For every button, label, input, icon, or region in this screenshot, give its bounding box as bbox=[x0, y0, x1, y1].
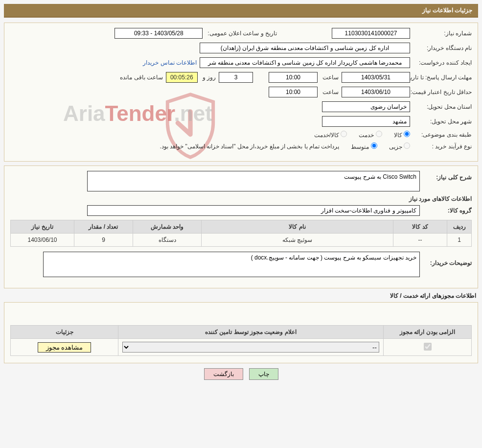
cell-code: -- bbox=[393, 234, 447, 247]
back-button[interactable]: بازگشت bbox=[204, 368, 243, 380]
page-title: جزئیات اطلاعات نیاز bbox=[422, 7, 472, 14]
cat-goods-text: کالا bbox=[394, 132, 402, 139]
price-valid-time-field[interactable] bbox=[269, 87, 318, 97]
pt-medium-radio[interactable] bbox=[371, 142, 377, 149]
cat-goodsservice-option[interactable]: کالا/خدمت bbox=[314, 131, 347, 139]
lic-mandatory-checkbox bbox=[424, 343, 432, 351]
city-label: شهر محل تحویل: bbox=[413, 118, 472, 125]
lic-details-cell: مشاهده مجوز bbox=[11, 339, 118, 356]
pt-small-text: جزیی bbox=[389, 143, 402, 150]
requester-label: ایجاد کننده درخواست: bbox=[413, 59, 472, 66]
payment-note: پرداخت تمام یا بخشی از مبلغ خرید،از محل … bbox=[160, 143, 339, 150]
price-valid-date-field[interactable] bbox=[342, 87, 410, 97]
row-category: طبقه بندی موضوعی: کالا خدمت کالا/خدمت bbox=[10, 131, 472, 139]
lic-status-select[interactable]: -- bbox=[122, 342, 379, 353]
cat-goodsservice-radio[interactable] bbox=[341, 131, 347, 137]
row-buyer-notes: توضیحات خریدار: bbox=[10, 252, 472, 277]
need-no-field[interactable] bbox=[332, 28, 410, 39]
col-code: کد کالا bbox=[393, 220, 447, 234]
deadline-time-field[interactable] bbox=[269, 72, 318, 83]
days-word: روز و bbox=[201, 74, 216, 81]
lic-col-status: اعلام وضعیت مجوز توسط تامین کننده bbox=[118, 326, 384, 339]
announce-dt-label: تاریخ و ساعت اعلان عمومی: bbox=[206, 30, 277, 37]
time-label-2: ساعت bbox=[321, 89, 339, 95]
need-description-section: شرح کلی نیاز: اطلاعات کالاهای مورد نیاز … bbox=[4, 165, 478, 288]
province-label: استان محل تحویل: bbox=[413, 103, 472, 110]
cat-goods-radio[interactable] bbox=[404, 131, 410, 137]
goods-table-header-row: ردیف کد کالا نام کالا واحد شمارش تعداد /… bbox=[11, 220, 472, 234]
buyer-notes-label: توضیحات خریدار: bbox=[423, 252, 472, 266]
row-summary: شرح کلی نیاز: bbox=[10, 171, 472, 191]
city-field[interactable] bbox=[322, 116, 410, 127]
licenses-section: الزامی بودن ارائه مجوز اعلام وضعیت مجوز … bbox=[4, 302, 478, 363]
col-need-date: تاریخ نیاز bbox=[11, 220, 74, 234]
row-price-validity: حداقل تاریخ اعتبار قیمت: تا تاریخ: ساعت bbox=[10, 87, 472, 97]
lic-mandatory-cell bbox=[384, 339, 472, 356]
licenses-table: الزامی بودن ارائه مجوز اعلام وضعیت مجوز … bbox=[10, 325, 472, 356]
row-buyer-org: نام دستگاه خریدار: bbox=[10, 43, 472, 53]
group-label: گروه کالا: bbox=[423, 207, 472, 214]
lic-status-cell: -- bbox=[118, 339, 384, 356]
announce-dt-field[interactable] bbox=[115, 28, 203, 39]
summary-label: شرح کلی نیاز: bbox=[423, 171, 472, 181]
pt-small-radio[interactable] bbox=[404, 142, 410, 149]
need-no-label: شماره نیاز: bbox=[413, 30, 472, 37]
need-info-section: AriaTender.net شماره نیاز: تاریخ و ساعت … bbox=[4, 23, 478, 162]
cat-goods-option[interactable]: کالا bbox=[394, 131, 410, 139]
row-province: استان محل تحویل: bbox=[10, 101, 472, 112]
deadline-date-field[interactable] bbox=[342, 72, 410, 83]
purchase-type-label: نوع فرآیند خرید : bbox=[413, 143, 472, 150]
cell-qty: 9 bbox=[74, 234, 133, 247]
pt-small-option[interactable]: جزیی bbox=[389, 142, 410, 150]
cell-name: سوئیچ شبکه bbox=[202, 234, 393, 247]
row-requester: ایجاد کننده درخواست: اطلاعات تماس خریدار bbox=[10, 57, 472, 68]
cat-service-text: خدمت bbox=[359, 132, 374, 139]
goods-table: ردیف کد کالا نام کالا واحد شمارش تعداد /… bbox=[10, 220, 472, 247]
lic-col-details: جزئیات bbox=[11, 326, 118, 339]
province-field[interactable] bbox=[322, 101, 410, 112]
cat-goodsservice-text: کالا/خدمت bbox=[314, 132, 339, 139]
view-license-button[interactable]: مشاهده مجوز bbox=[38, 342, 92, 353]
remaining-label: ساعت باقی مانده bbox=[118, 74, 163, 81]
goods-info-heading: اطلاعات کالاهای مورد نیاز bbox=[10, 195, 472, 202]
countdown-timer: 00:05:26 bbox=[166, 72, 198, 83]
pt-medium-text: متوسط bbox=[351, 143, 369, 150]
buyer-org-field[interactable] bbox=[200, 43, 410, 53]
pt-medium-option[interactable]: متوسط bbox=[351, 142, 377, 150]
col-row: ردیف bbox=[447, 220, 472, 234]
col-name: نام کالا bbox=[202, 220, 393, 234]
print-button[interactable]: چاپ bbox=[249, 368, 278, 380]
buyer-org-label: نام دستگاه خریدار: bbox=[413, 45, 472, 51]
table-row: 1 -- سوئیچ شبکه دستگاه 9 1403/06/10 bbox=[11, 234, 472, 247]
summary-textarea[interactable] bbox=[87, 171, 420, 191]
header-underline bbox=[4, 17, 478, 18]
row-purchase-type: نوع فرآیند خرید : جزیی متوسط پرداخت تمام… bbox=[10, 142, 472, 150]
page-header: جزئیات اطلاعات نیاز bbox=[4, 4, 478, 17]
row-goods-group: گروه کالا: bbox=[10, 205, 472, 216]
days-remaining-field[interactable] bbox=[219, 72, 253, 83]
price-valid-label: حداقل تاریخ اعتبار قیمت: تا تاریخ: bbox=[413, 89, 472, 95]
group-field[interactable] bbox=[87, 205, 420, 216]
licenses-heading: اطلاعات مجوزهای ارائه خدمت / کالا bbox=[4, 292, 478, 299]
row-need-no: شماره نیاز: تاریخ و ساعت اعلان عمومی: bbox=[10, 28, 472, 39]
cell-row: 1 bbox=[447, 234, 472, 247]
row-deadline: مهلت ارسال پاسخ: تا تاریخ: ساعت روز و 00… bbox=[10, 72, 472, 83]
requester-field[interactable] bbox=[200, 57, 410, 68]
action-buttons-row: چاپ بازگشت bbox=[4, 368, 478, 380]
cat-service-option[interactable]: خدمت bbox=[359, 131, 382, 139]
cell-unit: دستگاه bbox=[133, 234, 202, 247]
time-label-1: ساعت bbox=[321, 74, 339, 81]
buyer-contact-link[interactable]: اطلاعات تماس خریدار bbox=[143, 59, 197, 66]
row-city: شهر محل تحویل: bbox=[10, 116, 472, 127]
deadline-label: مهلت ارسال پاسخ: تا تاریخ: bbox=[413, 74, 472, 81]
lic-col-mandatory: الزامی بودن ارائه مجوز bbox=[384, 326, 472, 339]
category-label: طبقه بندی موضوعی: bbox=[413, 131, 472, 138]
buyer-notes-textarea[interactable] bbox=[43, 252, 420, 277]
licenses-header-row: الزامی بودن ارائه مجوز اعلام وضعیت مجوز … bbox=[11, 326, 472, 339]
col-unit: واحد شمارش bbox=[133, 220, 202, 234]
col-qty: تعداد / مقدار bbox=[74, 220, 133, 234]
cat-service-radio[interactable] bbox=[376, 131, 382, 137]
cell-need-date: 1403/06/10 bbox=[11, 234, 74, 247]
licenses-row: -- مشاهده مجوز bbox=[11, 339, 472, 356]
